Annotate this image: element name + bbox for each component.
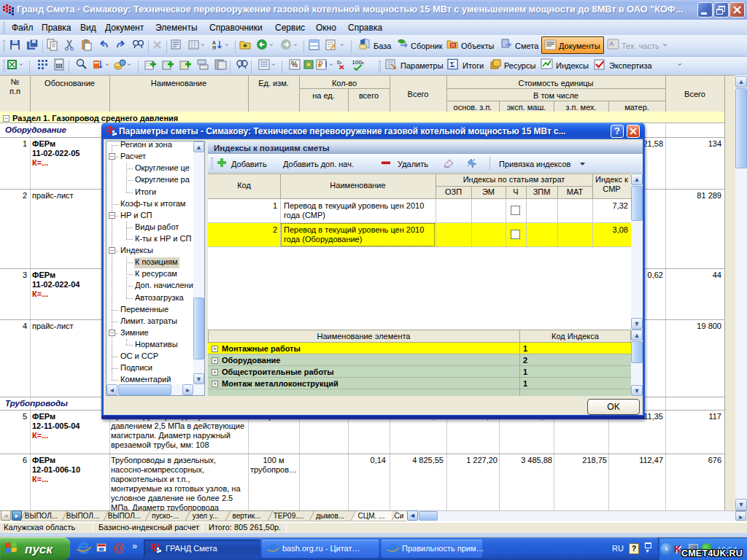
svg-text:Σ: Σ — [450, 61, 455, 69]
svg-text:A: A — [212, 40, 216, 45]
svg-text:100x: 100x — [352, 59, 364, 66]
svg-text:A: A — [609, 40, 614, 47]
svg-text:@: @ — [113, 542, 125, 554]
svg-text:0x: 0x — [337, 60, 342, 65]
svg-text:₽: ₽ — [318, 61, 323, 69]
svg-text:%: % — [291, 61, 298, 69]
svg-text:Я: Я — [212, 45, 216, 50]
